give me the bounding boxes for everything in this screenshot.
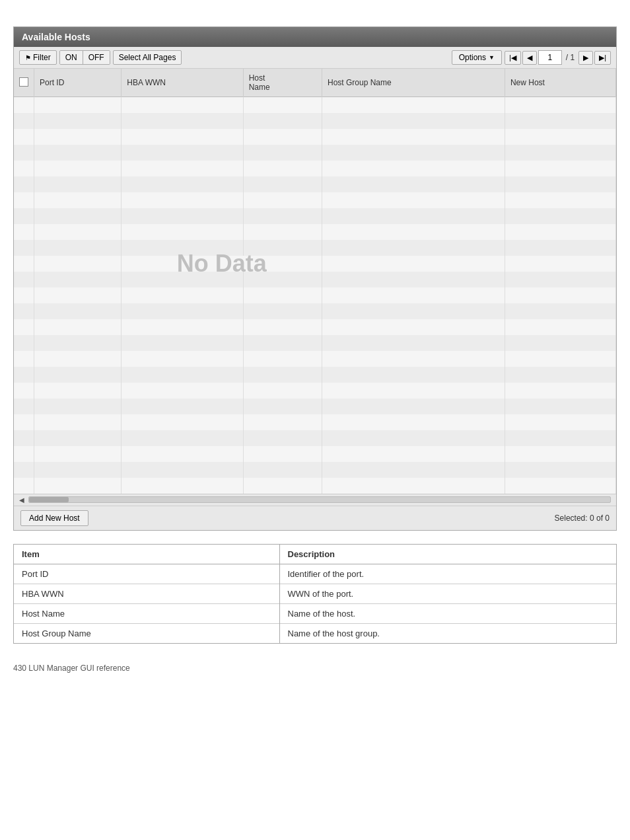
desc-description: WWN of the port. [279, 584, 616, 603]
desc-item: HBA WWN [14, 584, 279, 603]
filter-label: Filter [33, 53, 51, 62]
last-page-button[interactable]: ▶| [594, 51, 611, 65]
table-row [14, 113, 616, 129]
prev-page-button[interactable]: ◀ [522, 51, 537, 65]
table-row [14, 303, 616, 319]
col-port-id: Port ID [34, 69, 122, 97]
table-row [14, 367, 616, 383]
table-row-no-data: No Data [14, 256, 616, 272]
next-page-button[interactable]: ▶ [578, 51, 593, 65]
page-total: / 1 [566, 53, 575, 62]
desc-item: Host Group Name [14, 623, 279, 643]
selected-count: 0 [590, 514, 594, 523]
available-hosts-panel: Available Hosts ⚑ Filter ON OFF Select A… [13, 26, 617, 531]
header-checkbox[interactable] [19, 77, 28, 87]
data-table: Port ID HBA WWN HostName Host Group Name… [14, 69, 616, 494]
table-row [14, 97, 616, 113]
pagination: |◀ ◀ / 1 ▶ ▶| [505, 50, 611, 65]
scroll-thumb[interactable] [29, 497, 69, 502]
col-new-host: New Host [505, 69, 615, 97]
table-row [14, 161, 616, 176]
desc-item: Host Name [14, 603, 279, 623]
desc-table-row: Port IDIdentifier of the port. [14, 564, 616, 584]
table-row [14, 335, 616, 351]
col-host-name: HostName [243, 69, 322, 97]
on-button[interactable]: ON [60, 51, 83, 64]
table-row [14, 240, 616, 256]
toolbar: ⚑ Filter ON OFF Select All Pages Options… [14, 47, 616, 69]
desc-table-body: Port IDIdentifier of the port.HBA WWNWWN… [14, 564, 616, 643]
table-row [14, 208, 616, 224]
desc-description: Name of the host group. [279, 623, 616, 643]
desc-item: Port ID [14, 564, 279, 584]
first-page-button[interactable]: |◀ [505, 51, 521, 65]
page-input[interactable] [538, 50, 562, 65]
panel-title-bar: Available Hosts [14, 27, 616, 47]
selected-info: Selected: 0 of 0 [555, 514, 610, 523]
filter-button[interactable]: ⚑ Filter [19, 50, 57, 65]
table-row [14, 351, 616, 367]
desc-description: Name of the host. [279, 603, 616, 623]
of-label: of [596, 514, 603, 523]
scroll-track[interactable] [28, 496, 611, 503]
add-new-host-button[interactable]: Add New Host [20, 510, 88, 526]
table-row [14, 446, 616, 462]
table-row [14, 399, 616, 414]
desc-table-row: Host NameName of the host. [14, 603, 616, 623]
table-row [14, 414, 616, 430]
table-row [14, 430, 616, 446]
filter-icon: ⚑ [25, 54, 31, 61]
col-description-header: Description [279, 545, 616, 564]
description-table-wrapper: Item Description Port IDIdentifier of th… [13, 544, 617, 644]
horizontal-scrollbar: ◀ [14, 494, 616, 506]
col-item-header: Item [14, 545, 279, 564]
selected-label: Selected: [555, 514, 588, 523]
table-row [14, 319, 616, 335]
table-row [14, 478, 616, 494]
scroll-left-arrow[interactable]: ◀ [19, 496, 24, 504]
desc-table-row: HBA WWNWWN of the port. [14, 584, 616, 603]
total-count: 0 [605, 514, 610, 523]
col-checkbox [14, 69, 34, 97]
description-table: Item Description Port IDIdentifier of th… [14, 545, 616, 643]
page-footer-text: 430 LUN Manager GUI reference [13, 664, 130, 673]
table-body: No Data [14, 97, 616, 494]
on-off-group: ON OFF [59, 50, 110, 65]
off-button[interactable]: OFF [83, 51, 110, 64]
page-wrapper: Available Hosts ⚑ Filter ON OFF Select A… [13, 26, 617, 673]
table-row [14, 272, 616, 287]
table-row [14, 129, 616, 145]
col-hba-wwn: HBA WWN [122, 69, 243, 97]
table-row [14, 287, 616, 303]
data-table-wrapper: Port ID HBA WWN HostName Host Group Name… [14, 69, 616, 494]
footer-bar: Add New Host Selected: 0 of 0 [14, 506, 616, 530]
options-button[interactable]: Options [452, 50, 502, 65]
col-host-group-name: Host Group Name [322, 69, 505, 97]
desc-table-row: Host Group NameName of the host group. [14, 623, 616, 643]
select-all-pages-button[interactable]: Select All Pages [113, 50, 182, 65]
table-row [14, 383, 616, 399]
desc-header-row: Item Description [14, 545, 616, 564]
panel-title: Available Hosts [22, 32, 90, 42]
table-row [14, 176, 616, 192]
table-row [14, 192, 616, 208]
table-container: Port ID HBA WWN HostName Host Group Name… [14, 69, 616, 506]
table-header-row: Port ID HBA WWN HostName Host Group Name… [14, 69, 616, 97]
table-row [14, 224, 616, 240]
table-row [14, 462, 616, 478]
desc-description: Identifier of the port. [279, 564, 616, 584]
page-footer: 430 LUN Manager GUI reference [13, 664, 617, 673]
table-row [14, 145, 616, 161]
